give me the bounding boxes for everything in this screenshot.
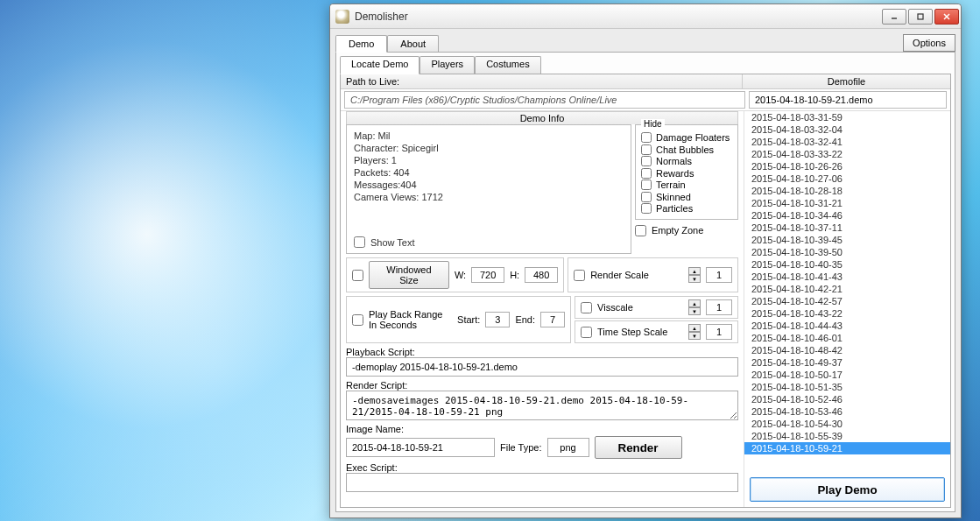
app-window: Demolisher Demo About Options Locate Dem… [329, 4, 962, 518]
hide-item-label: Skinned [656, 192, 691, 202]
demofile-list-item[interactable]: 2015-04-18-10-31-21 [744, 197, 950, 209]
demofile-list-item[interactable]: 2015-04-18-10-41-43 [744, 271, 950, 283]
demo-info-messages: Messages:404 [354, 180, 624, 190]
hide-item-label: Chat Bubbles [656, 144, 714, 155]
visscale-up[interactable]: ▲ [688, 299, 701, 307]
hide-checkbox-3[interactable] [641, 168, 652, 179]
visscale-down[interactable]: ▼ [688, 307, 701, 315]
demofile-list-item[interactable]: 2015-04-18-10-44-43 [744, 320, 950, 332]
demofile-list-item[interactable]: 2015-04-18-10-40-35 [744, 258, 950, 271]
hide-checkbox-6[interactable] [641, 203, 652, 214]
demofile-list-item[interactable]: 2015-04-18-10-50-17 [744, 369, 950, 381]
demofile-list-item[interactable]: 2015-04-18-03-33-22 [744, 148, 950, 160]
demofile-list-item[interactable]: 2015-04-18-10-37-11 [744, 222, 950, 234]
image-name-label: Image Name: [346, 424, 738, 434]
windowed-size-button[interactable]: Windowed Size [369, 261, 449, 289]
close-button[interactable] [934, 9, 959, 25]
demo-info-packets: Packets: 404 [354, 167, 624, 178]
render-scale-input[interactable] [706, 267, 732, 283]
tab-about[interactable]: About [387, 35, 439, 52]
demo-info-box: Map: Mil Character: Spicegirl Players: 1… [346, 124, 631, 254]
hide-checkbox-0[interactable] [641, 132, 652, 143]
height-label: H: [510, 270, 519, 280]
width-input[interactable] [471, 267, 504, 283]
minimize-button[interactable] [882, 9, 906, 25]
demofile-list-item[interactable]: 2015-04-18-03-32-41 [744, 136, 950, 148]
playback-range-checkbox[interactable] [352, 314, 363, 326]
playback-script-input[interactable] [346, 357, 738, 377]
image-name-input[interactable] [346, 438, 495, 457]
tab-demo[interactable]: Demo [335, 35, 387, 53]
svg-rect-1 [918, 14, 923, 19]
hide-legend: Hide [641, 119, 665, 129]
hide-checkbox-4[interactable] [641, 180, 652, 190]
demo-info-character: Character: Spicegirl [354, 143, 624, 153]
demofile-list-item[interactable]: 2015-04-18-10-28-18 [744, 185, 950, 197]
demofile-input[interactable] [749, 91, 947, 109]
file-type-input[interactable] [547, 438, 589, 457]
timestep-input[interactable] [706, 324, 732, 340]
render-script-input[interactable] [346, 391, 738, 420]
demofile-list-item[interactable]: 2015-04-18-10-26-26 [744, 160, 950, 172]
subtab-locate-demo[interactable]: Locate Demo [340, 56, 419, 74]
hide-group: Hide Damage FloatersChat BubblesNormalsR… [635, 124, 738, 220]
height-input[interactable] [525, 267, 558, 283]
empty-zone-label: Empty Zone [652, 225, 703, 236]
demofile-list-item[interactable]: 2015-04-18-10-42-57 [744, 295, 950, 307]
hide-item-label: Normals [656, 156, 692, 166]
demofile-list-item[interactable]: 2015-04-18-10-42-21 [744, 283, 950, 295]
demofile-list-item[interactable]: 2015-04-18-10-55-39 [744, 430, 950, 442]
render-scale-label: Render Scale [590, 270, 683, 280]
show-text-checkbox[interactable] [354, 236, 365, 248]
path-to-live-input[interactable] [344, 91, 745, 109]
playback-range-label: Play Back Range In Seconds [369, 309, 452, 330]
play-demo-button[interactable]: Play Demo [750, 477, 945, 502]
hide-checkbox-2[interactable] [641, 156, 652, 166]
maximize-button[interactable] [908, 9, 933, 25]
path-to-live-label: Path to Live: [341, 74, 742, 88]
demo-info-players: Players: 1 [354, 155, 624, 165]
demofile-list-item[interactable]: 2015-04-18-10-46-01 [744, 332, 950, 344]
demofile-list-item[interactable]: 2015-04-18-03-31-59 [744, 111, 950, 123]
start-label: Start: [457, 314, 480, 325]
render-scale-down[interactable]: ▼ [688, 275, 701, 283]
demofile-list-item[interactable]: 2015-04-18-10-43-22 [744, 307, 950, 320]
demofile-list-item[interactable]: 2015-04-18-10-54-30 [744, 418, 950, 430]
width-label: W: [455, 270, 466, 280]
demofile-list[interactable]: 2015-04-18-03-31-592015-04-18-03-32-0420… [744, 111, 950, 472]
demofile-list-item[interactable]: 2015-04-18-10-39-45 [744, 234, 950, 246]
end-input[interactable] [540, 312, 565, 327]
demofile-list-item[interactable]: 2015-04-18-10-48-42 [744, 344, 950, 356]
demofile-list-item[interactable]: 2015-04-18-10-59-21 [744, 442, 950, 454]
subtab-costumes[interactable]: Costumes [475, 56, 541, 74]
timestep-up[interactable]: ▲ [688, 324, 701, 332]
demofile-list-item[interactable]: 2015-04-18-10-39-50 [744, 246, 950, 258]
render-button[interactable]: Render [595, 436, 682, 459]
hide-item-label: Terrain [656, 180, 686, 190]
render-scale-up[interactable]: ▲ [688, 267, 701, 275]
demo-info-map: Map: Mil [354, 130, 624, 141]
subtab-players[interactable]: Players [419, 56, 475, 74]
start-input[interactable] [485, 312, 510, 327]
titlebar[interactable]: Demolisher [330, 4, 961, 29]
demofile-list-item[interactable]: 2015-04-18-10-52-46 [744, 393, 950, 405]
demofile-list-item[interactable]: 2015-04-18-10-34-46 [744, 209, 950, 222]
end-label: End: [515, 314, 535, 325]
demofile-list-item[interactable]: 2015-04-18-03-32-04 [744, 123, 950, 136]
windowed-size-checkbox[interactable] [352, 270, 363, 281]
hide-checkbox-5[interactable] [641, 192, 652, 202]
visscale-checkbox[interactable] [581, 302, 592, 313]
timestep-down[interactable]: ▼ [688, 332, 701, 340]
demofile-list-item[interactable]: 2015-04-18-10-49-37 [744, 356, 950, 369]
exec-script-input[interactable] [346, 473, 738, 492]
render-scale-checkbox[interactable] [574, 270, 585, 281]
options-button[interactable]: Options [903, 34, 955, 52]
hide-checkbox-1[interactable] [641, 144, 652, 155]
demofile-list-item[interactable]: 2015-04-18-10-27-06 [744, 172, 950, 185]
visscale-input[interactable] [706, 299, 732, 315]
timestep-checkbox[interactable] [581, 327, 592, 338]
demofile-list-item[interactable]: 2015-04-18-10-53-46 [744, 405, 950, 418]
empty-zone-checkbox[interactable] [635, 225, 646, 236]
hide-item-label: Particles [656, 203, 693, 214]
demofile-list-item[interactable]: 2015-04-18-10-51-35 [744, 381, 950, 393]
